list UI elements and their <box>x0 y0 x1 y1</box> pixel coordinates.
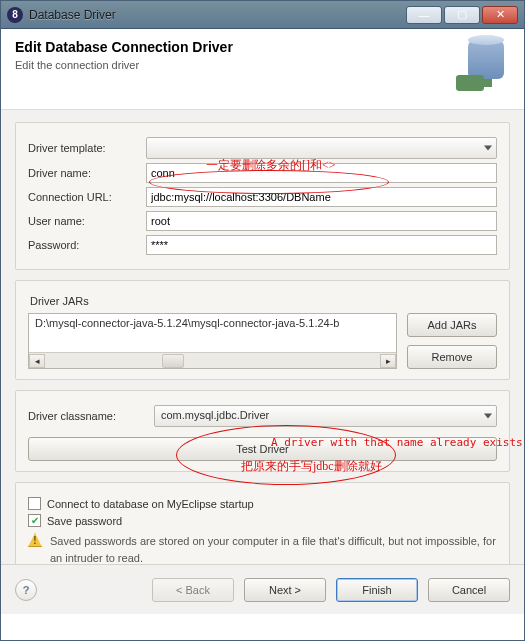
titlebar: 8 Database Driver — ▢ ✕ <box>1 1 524 29</box>
save-password-label: Save password <box>47 515 122 527</box>
dialog-content: Driver template: Driver name: Connection… <box>1 110 524 614</box>
chevron-down-icon <box>484 414 492 419</box>
driver-classname-label: Driver classname: <box>28 410 146 422</box>
horizontal-scrollbar[interactable]: ◂ ▸ <box>29 352 396 368</box>
driver-template-label: Driver template: <box>28 142 138 154</box>
scroll-thumb[interactable] <box>162 354 184 368</box>
driver-template-combo[interactable] <box>146 137 497 159</box>
connect-startup-label: Connect to database on MyEclipse startup <box>47 498 254 510</box>
next-button[interactable]: Next > <box>244 578 326 602</box>
back-button[interactable]: < Back <box>152 578 234 602</box>
close-button[interactable]: ✕ <box>482 6 518 24</box>
driver-jars-label: Driver JARs <box>30 295 497 307</box>
connection-url-input[interactable] <box>146 187 497 207</box>
connection-url-label: Connection URL: <box>28 191 138 203</box>
save-password-checkbox[interactable]: ✔ <box>28 514 41 527</box>
warning-icon: ! <box>28 533 42 547</box>
warning-text: Saved passwords are stored on your compu… <box>50 533 497 566</box>
driver-classname-combo[interactable]: com.mysql.jdbc.Driver <box>154 405 497 427</box>
minimize-button[interactable]: — <box>406 6 442 24</box>
test-driver-button[interactable]: Test Driver <box>28 437 497 461</box>
page-title: Edit Database Connection Driver <box>15 39 233 55</box>
user-name-label: User name: <box>28 215 138 227</box>
maximize-button[interactable]: ▢ <box>444 6 480 24</box>
page-subtitle: Edit the connection driver <box>15 59 233 71</box>
finish-button[interactable]: Finish <box>336 578 418 602</box>
window-title: Database Driver <box>29 8 406 22</box>
help-button[interactable]: ? <box>15 579 37 601</box>
add-jars-button[interactable]: Add JARs <box>407 313 497 337</box>
scroll-left-icon[interactable]: ◂ <box>29 354 45 368</box>
dialog-header: Edit Database Connection Driver Edit the… <box>1 29 524 110</box>
driver-jars-list[interactable]: D:\mysql-connector-java-5.1.24\mysql-con… <box>28 313 397 369</box>
eclipse-icon: 8 <box>7 7 23 23</box>
driver-name-input[interactable] <box>146 163 497 183</box>
list-item[interactable]: D:\mysql-connector-java-5.1.24\mysql-con… <box>29 314 396 332</box>
driver-name-label: Driver name: <box>28 167 138 179</box>
user-name-input[interactable] <box>146 211 497 231</box>
scroll-right-icon[interactable]: ▸ <box>380 354 396 368</box>
dialog-footer: ? < Back Next > Finish Cancel <box>1 564 524 614</box>
cancel-button[interactable]: Cancel <box>428 578 510 602</box>
password-label: Password: <box>28 239 138 251</box>
database-icon <box>454 39 510 95</box>
connect-startup-checkbox[interactable] <box>28 497 41 510</box>
remove-button[interactable]: Remove <box>407 345 497 369</box>
password-input[interactable] <box>146 235 497 255</box>
chevron-down-icon <box>484 146 492 151</box>
